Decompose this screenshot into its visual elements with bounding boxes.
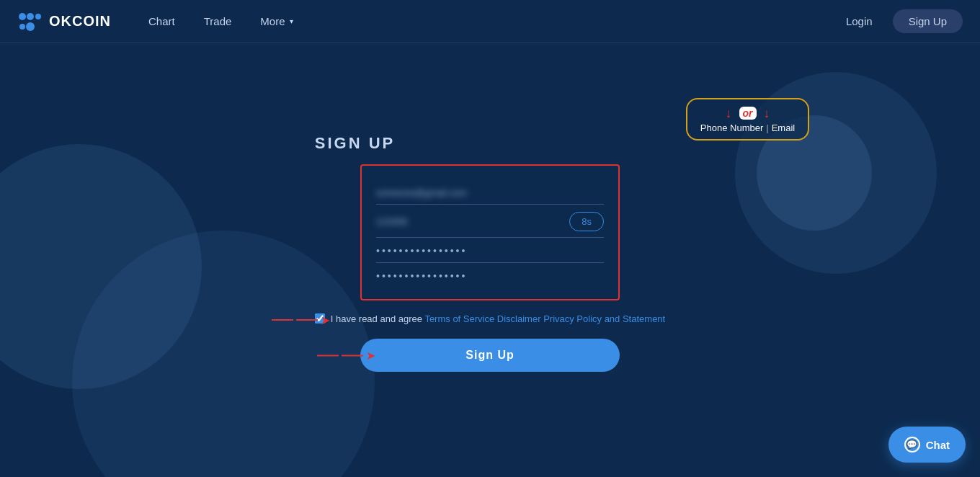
tab-phone[interactable]: Phone Number xyxy=(700,122,763,133)
chevron-down-icon: ▾ xyxy=(290,17,293,25)
login-button[interactable]: Login xyxy=(834,11,884,32)
nav-links: Chart Trade More ▾ xyxy=(134,0,834,43)
dash-line-2 xyxy=(296,319,318,321)
logo-icon xyxy=(17,12,43,32)
annotation-arrow-signup: ➤ xyxy=(317,349,375,362)
terms-link[interactable]: Terms of Service xyxy=(424,313,494,324)
navbar-right: Login Sign Up xyxy=(834,9,963,33)
chat-label: Chat xyxy=(926,439,950,451)
tab-email[interactable]: Email xyxy=(772,122,796,133)
svg-point-0 xyxy=(19,13,26,20)
chat-icon: 💬 xyxy=(904,437,920,453)
dash-line-1 xyxy=(272,319,293,321)
email-value-blurred: someone@gmail.com xyxy=(376,187,604,198)
agreement-row: ➤ I have read and agree Terms of Service… xyxy=(315,312,665,326)
agreement-text: I have read and agree Terms of Service D… xyxy=(331,312,665,326)
red-arrow-right-icon: ➤ xyxy=(321,313,330,327)
verify-code-row: 123456 8s xyxy=(376,205,604,238)
signup-btn-wrapper: ➤ Sign Up xyxy=(360,339,620,372)
tab-divider: | xyxy=(766,122,768,133)
main-content: ↓ or ↓ Phone Number | Email SIGN UP some… xyxy=(0,43,980,477)
disclaimer-link[interactable]: Disclaimer xyxy=(497,313,541,324)
annotation-arrow-agreement: ➤ xyxy=(272,313,330,327)
svg-point-1 xyxy=(27,13,34,20)
chat-button[interactable]: 💬 Chat xyxy=(888,427,966,463)
or-badge: or xyxy=(739,107,757,120)
svg-point-3 xyxy=(19,24,25,30)
password-dots: •••••••••••••••• xyxy=(376,245,604,257)
logo-text: OKCOIN xyxy=(49,13,111,30)
confirm-password-dots: •••••••••••••••• xyxy=(376,270,604,282)
page-title: SIGN UP xyxy=(315,134,395,153)
red-arrow-right-2-icon: ➤ xyxy=(366,349,375,362)
signup-wrapper: ↓ or ↓ Phone Number | Email SIGN UP some… xyxy=(315,134,665,373)
nav-trade[interactable]: Trade xyxy=(190,0,246,43)
nav-more[interactable]: More ▾ xyxy=(246,0,307,43)
dash-line-4 xyxy=(342,355,363,356)
verify-code-blurred: 123456 xyxy=(376,216,562,227)
signup-nav-button[interactable]: Sign Up xyxy=(893,9,963,33)
signup-submit-button[interactable]: Sign Up xyxy=(360,339,620,372)
signup-form: someone@gmail.com 123456 8s ••••••••••••… xyxy=(360,164,620,300)
tab-labels: Phone Number | Email xyxy=(700,122,795,133)
navbar: OKCOIN Chart Trade More ▾ Login Sign Up xyxy=(0,0,980,43)
logo[interactable]: OKCOIN xyxy=(17,12,111,32)
nav-chart[interactable]: Chart xyxy=(134,0,190,43)
dash-line-3 xyxy=(317,355,339,356)
confirm-password-field-row: •••••••••••••••• xyxy=(376,263,604,287)
password-field-row: •••••••••••••••• xyxy=(376,238,604,263)
email-field-row: someone@gmail.com xyxy=(376,180,604,205)
privacy-link[interactable]: Privacy Policy and Statement xyxy=(543,313,665,324)
tab-or-row: ↓ or ↓ xyxy=(726,107,770,120)
arrow-down-phone-icon: ↓ xyxy=(726,107,732,120)
tab-switcher: ↓ or ↓ Phone Number | Email xyxy=(686,98,809,141)
svg-point-2 xyxy=(35,14,41,19)
svg-point-4 xyxy=(26,22,35,31)
arrow-down-email-icon: ↓ xyxy=(764,107,770,120)
resend-button[interactable]: 8s xyxy=(569,212,604,231)
